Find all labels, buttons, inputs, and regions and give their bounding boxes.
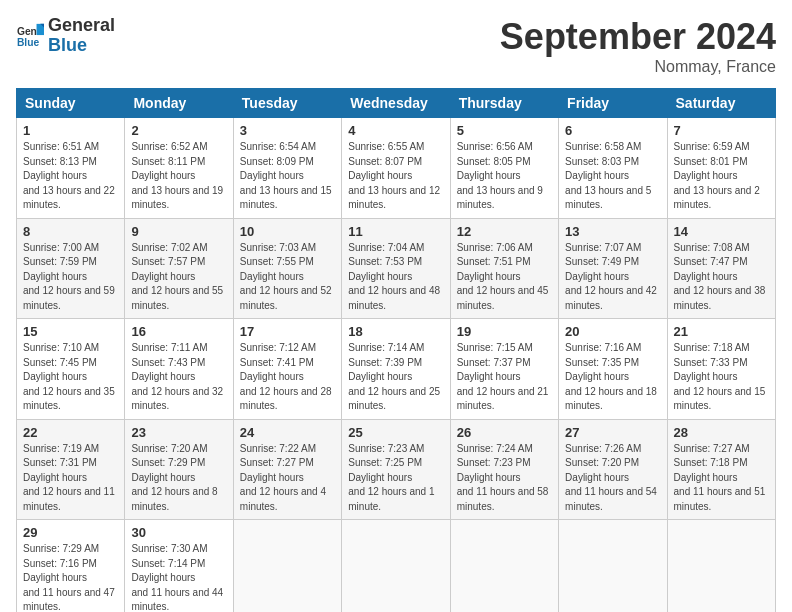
day-info: Sunrise: 6:51 AMSunset: 8:13 PMDaylight … [23,141,115,210]
day-number: 11 [348,224,443,239]
calendar-cell: 20Sunrise: 7:16 AMSunset: 7:35 PMDayligh… [559,319,667,420]
day-number: 3 [240,123,335,138]
calendar-cell: 6Sunrise: 6:58 AMSunset: 8:03 PMDaylight… [559,118,667,219]
day-info: Sunrise: 7:29 AMSunset: 7:16 PMDaylight … [23,543,115,612]
day-number: 16 [131,324,226,339]
calendar-header-row: Sunday Monday Tuesday Wednesday Thursday… [17,89,776,118]
week-row-4: 22Sunrise: 7:19 AMSunset: 7:31 PMDayligh… [17,419,776,520]
day-number: 18 [348,324,443,339]
day-number: 26 [457,425,552,440]
calendar-cell [342,520,450,613]
day-info: Sunrise: 7:06 AMSunset: 7:51 PMDaylight … [457,242,549,311]
calendar-cell: 7Sunrise: 6:59 AMSunset: 8:01 PMDaylight… [667,118,775,219]
week-row-2: 8Sunrise: 7:00 AMSunset: 7:59 PMDaylight… [17,218,776,319]
calendar-cell: 17Sunrise: 7:12 AMSunset: 7:41 PMDayligh… [233,319,341,420]
calendar-cell: 27Sunrise: 7:26 AMSunset: 7:20 PMDayligh… [559,419,667,520]
col-wednesday: Wednesday [342,89,450,118]
day-info: Sunrise: 6:56 AMSunset: 8:05 PMDaylight … [457,141,543,210]
day-number: 9 [131,224,226,239]
day-number: 14 [674,224,769,239]
day-info: Sunrise: 6:54 AMSunset: 8:09 PMDaylight … [240,141,332,210]
day-number: 30 [131,525,226,540]
calendar-cell: 10Sunrise: 7:03 AMSunset: 7:55 PMDayligh… [233,218,341,319]
calendar-cell: 16Sunrise: 7:11 AMSunset: 7:43 PMDayligh… [125,319,233,420]
day-number: 5 [457,123,552,138]
calendar-cell: 12Sunrise: 7:06 AMSunset: 7:51 PMDayligh… [450,218,558,319]
day-number: 8 [23,224,118,239]
day-info: Sunrise: 7:07 AMSunset: 7:49 PMDaylight … [565,242,657,311]
day-info: Sunrise: 7:04 AMSunset: 7:53 PMDaylight … [348,242,440,311]
calendar-cell: 3Sunrise: 6:54 AMSunset: 8:09 PMDaylight… [233,118,341,219]
day-number: 7 [674,123,769,138]
day-info: Sunrise: 6:55 AMSunset: 8:07 PMDaylight … [348,141,440,210]
day-number: 20 [565,324,660,339]
day-info: Sunrise: 6:58 AMSunset: 8:03 PMDaylight … [565,141,651,210]
logo: General Blue General Blue [16,16,115,56]
col-thursday: Thursday [450,89,558,118]
day-info: Sunrise: 7:22 AMSunset: 7:27 PMDaylight … [240,443,326,512]
calendar-cell: 26Sunrise: 7:24 AMSunset: 7:23 PMDayligh… [450,419,558,520]
logo-icon: General Blue [16,22,44,50]
day-info: Sunrise: 7:00 AMSunset: 7:59 PMDaylight … [23,242,115,311]
day-info: Sunrise: 7:23 AMSunset: 7:25 PMDaylight … [348,443,434,512]
day-number: 28 [674,425,769,440]
day-info: Sunrise: 7:15 AMSunset: 7:37 PMDaylight … [457,342,549,411]
day-number: 27 [565,425,660,440]
day-info: Sunrise: 6:59 AMSunset: 8:01 PMDaylight … [674,141,760,210]
day-number: 15 [23,324,118,339]
calendar-cell: 30Sunrise: 7:30 AMSunset: 7:14 PMDayligh… [125,520,233,613]
day-number: 29 [23,525,118,540]
calendar-cell: 19Sunrise: 7:15 AMSunset: 7:37 PMDayligh… [450,319,558,420]
day-number: 24 [240,425,335,440]
calendar-body: 1Sunrise: 6:51 AMSunset: 8:13 PMDaylight… [17,118,776,613]
day-number: 6 [565,123,660,138]
month-title: September 2024 [500,16,776,58]
day-info: Sunrise: 7:24 AMSunset: 7:23 PMDaylight … [457,443,549,512]
calendar-cell: 15Sunrise: 7:10 AMSunset: 7:45 PMDayligh… [17,319,125,420]
day-info: Sunrise: 6:52 AMSunset: 8:11 PMDaylight … [131,141,223,210]
day-number: 17 [240,324,335,339]
day-number: 23 [131,425,226,440]
day-info: Sunrise: 7:16 AMSunset: 7:35 PMDaylight … [565,342,657,411]
day-info: Sunrise: 7:26 AMSunset: 7:20 PMDaylight … [565,443,657,512]
page-header: General Blue General Blue September 2024… [16,16,776,76]
day-info: Sunrise: 7:27 AMSunset: 7:18 PMDaylight … [674,443,766,512]
calendar-table: Sunday Monday Tuesday Wednesday Thursday… [16,88,776,612]
svg-text:Blue: Blue [17,37,40,48]
calendar-cell: 22Sunrise: 7:19 AMSunset: 7:31 PMDayligh… [17,419,125,520]
calendar-cell [559,520,667,613]
day-info: Sunrise: 7:02 AMSunset: 7:57 PMDaylight … [131,242,223,311]
col-sunday: Sunday [17,89,125,118]
calendar-cell: 1Sunrise: 6:51 AMSunset: 8:13 PMDaylight… [17,118,125,219]
calendar-cell [667,520,775,613]
week-row-5: 29Sunrise: 7:29 AMSunset: 7:16 PMDayligh… [17,520,776,613]
col-friday: Friday [559,89,667,118]
calendar-cell: 4Sunrise: 6:55 AMSunset: 8:07 PMDaylight… [342,118,450,219]
calendar-cell: 25Sunrise: 7:23 AMSunset: 7:25 PMDayligh… [342,419,450,520]
calendar-cell [233,520,341,613]
day-info: Sunrise: 7:20 AMSunset: 7:29 PMDaylight … [131,443,217,512]
col-saturday: Saturday [667,89,775,118]
week-row-1: 1Sunrise: 6:51 AMSunset: 8:13 PMDaylight… [17,118,776,219]
day-info: Sunrise: 7:08 AMSunset: 7:47 PMDaylight … [674,242,766,311]
day-number: 13 [565,224,660,239]
day-info: Sunrise: 7:11 AMSunset: 7:43 PMDaylight … [131,342,223,411]
calendar-cell: 11Sunrise: 7:04 AMSunset: 7:53 PMDayligh… [342,218,450,319]
week-row-3: 15Sunrise: 7:10 AMSunset: 7:45 PMDayligh… [17,319,776,420]
day-info: Sunrise: 7:19 AMSunset: 7:31 PMDaylight … [23,443,115,512]
col-tuesday: Tuesday [233,89,341,118]
day-info: Sunrise: 7:18 AMSunset: 7:33 PMDaylight … [674,342,766,411]
day-info: Sunrise: 7:03 AMSunset: 7:55 PMDaylight … [240,242,332,311]
day-number: 4 [348,123,443,138]
calendar-cell: 13Sunrise: 7:07 AMSunset: 7:49 PMDayligh… [559,218,667,319]
day-number: 25 [348,425,443,440]
day-info: Sunrise: 7:12 AMSunset: 7:41 PMDaylight … [240,342,332,411]
calendar-cell: 9Sunrise: 7:02 AMSunset: 7:57 PMDaylight… [125,218,233,319]
day-number: 22 [23,425,118,440]
calendar-cell: 2Sunrise: 6:52 AMSunset: 8:11 PMDaylight… [125,118,233,219]
day-info: Sunrise: 7:30 AMSunset: 7:14 PMDaylight … [131,543,223,612]
calendar-cell: 21Sunrise: 7:18 AMSunset: 7:33 PMDayligh… [667,319,775,420]
calendar-cell: 23Sunrise: 7:20 AMSunset: 7:29 PMDayligh… [125,419,233,520]
location: Nommay, France [500,58,776,76]
day-number: 19 [457,324,552,339]
